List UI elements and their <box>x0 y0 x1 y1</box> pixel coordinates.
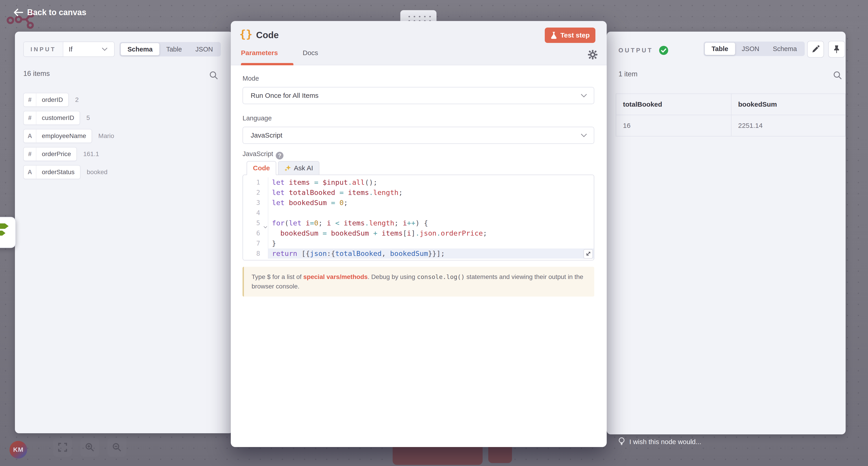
zoom-in-icon <box>85 442 94 452</box>
fit-view-button[interactable] <box>53 438 72 457</box>
table-row: 162251.14 <box>616 115 845 136</box>
field-type-icon: # <box>24 147 36 161</box>
language-select[interactable]: JavaScript <box>243 127 594 144</box>
tab-docs[interactable]: Docs <box>303 49 318 57</box>
code-node-icon: {} <box>239 28 252 40</box>
tab-parameters[interactable]: Parameters <box>241 49 278 57</box>
gear-icon[interactable] <box>587 49 598 60</box>
input-tab-json[interactable]: JSON <box>189 43 220 55</box>
success-check-icon <box>659 46 669 55</box>
code-line-2[interactable]: 2let totalBooked = items.length; <box>243 188 594 198</box>
field-name: orderStatus <box>36 166 80 179</box>
pencil-icon <box>811 45 819 53</box>
back-to-canvas-button[interactable]: Back to canvas <box>13 8 86 17</box>
line-number: 1 <box>243 177 268 188</box>
help-icon[interactable]: ? <box>276 152 283 160</box>
pin-output-button[interactable] <box>828 41 845 58</box>
output-column-totalbooked: totalBooked <box>616 94 731 115</box>
code-line-content: return [{json:{totalBooked, bookedSum}}]… <box>268 248 594 259</box>
field-type-icon: A <box>24 129 36 142</box>
output-tab-schema[interactable]: Schema <box>766 43 804 55</box>
input-tab-table[interactable]: Table <box>159 43 188 55</box>
output-tab-table[interactable]: Table <box>705 43 735 55</box>
line-number: 5 <box>243 218 268 228</box>
back-to-canvas-label: Back to canvas <box>27 8 86 17</box>
language-label: Language <box>243 114 272 122</box>
code-line-7[interactable]: 7} <box>243 238 594 248</box>
output-items-count: 1 item <box>618 70 638 78</box>
input-tab-schema[interactable]: Schema <box>121 43 159 55</box>
field-value: 161.1 <box>83 151 99 158</box>
editor-tab-ask-ai[interactable]: Ask AI <box>278 161 319 175</box>
mode-value: Run Once for All Items <box>251 92 318 99</box>
field-value: Mario <box>98 132 114 140</box>
line-number: 2 <box>243 188 268 198</box>
field-type-icon: A <box>24 166 36 179</box>
code-line-content: let totalBooked = items.length; <box>268 188 403 198</box>
code-line-content: bookedSum = bookedSum + items[i].json.or… <box>268 228 487 238</box>
table-cell: 16 <box>616 115 731 136</box>
modal-header: {} Code Test step Parameters Docs <box>231 21 607 65</box>
sparkles-icon <box>284 165 291 171</box>
field-pill[interactable]: #orderPrice <box>23 147 77 161</box>
table-cell: 2251.14 <box>731 115 845 136</box>
output-tab-json[interactable]: JSON <box>735 43 766 55</box>
input-search-icon[interactable] <box>209 70 218 80</box>
test-step-button[interactable]: Test step <box>545 28 595 43</box>
field-value: booked <box>87 168 107 176</box>
field-type-icon: # <box>24 93 36 106</box>
field-pill[interactable]: AorderStatus <box>23 165 81 179</box>
field-name: employeeName <box>36 129 92 142</box>
expand-editor-button[interactable] <box>583 249 593 259</box>
avatar[interactable]: KM <box>9 441 27 459</box>
zoom-out-icon <box>112 442 122 452</box>
input-source-select[interactable]: INPUT If <box>23 41 115 57</box>
field-name: customerID <box>36 111 80 125</box>
edit-output-button[interactable] <box>807 41 824 58</box>
language-value: JavaScript <box>251 131 282 139</box>
active-tab-underline <box>241 63 293 65</box>
node-title: Code <box>256 30 279 40</box>
code-line-6[interactable]: 6 bookedSum = bookedSum + items[i].json.… <box>243 228 594 238</box>
schema-field-orderid: #orderID2 <box>23 93 79 107</box>
editor-tab-code[interactable]: Code <box>247 161 276 175</box>
code-line-4[interactable]: 4 <box>243 208 594 218</box>
editor-hint-notice: Type $ for a list of special vars/method… <box>243 267 594 297</box>
code-line-content: } <box>268 238 276 248</box>
code-line-content: for(let i=0; i < items.length; i++) { <box>268 218 428 228</box>
lightbulb-icon <box>618 437 625 446</box>
line-number: 3 <box>243 198 268 208</box>
code-line-1[interactable]: 1let items = $input.all(); <box>243 177 594 188</box>
mode-select[interactable]: Run Once for All Items <box>243 87 594 104</box>
editor-tabs: CodeAsk AI <box>247 161 319 175</box>
input-node-peek-if[interactable] <box>0 217 16 248</box>
zoom-out-button[interactable] <box>107 438 126 457</box>
schema-field-orderstatus: AorderStatusbooked <box>23 165 107 179</box>
fit-view-icon <box>58 443 67 452</box>
back-arrow-icon <box>13 8 23 16</box>
if-node-icon <box>0 222 13 243</box>
code-line-content: let items = $input.all(); <box>268 177 377 188</box>
code-line-5[interactable]: 5for(let i=0; i < items.length; i++) { <box>243 218 594 228</box>
special-vars-link[interactable]: special vars/methods <box>303 273 368 280</box>
chevron-down-icon <box>581 94 587 98</box>
chevron-down-icon <box>581 133 587 137</box>
field-value: 2 <box>75 96 79 103</box>
expand-editor-icon <box>585 251 591 257</box>
chevron-down-icon <box>102 47 107 51</box>
input-source-value: If <box>69 45 72 53</box>
code-editor[interactable]: 1let items = $input.all();2let totalBook… <box>243 175 594 261</box>
avatar-initials: KM <box>13 446 24 453</box>
input-panel-label: INPUT <box>24 42 63 57</box>
node-feedback-button[interactable]: I wish this node would... <box>618 437 702 446</box>
code-line-content <box>268 208 272 218</box>
field-pill[interactable]: AemployeeName <box>23 129 92 143</box>
code-line-3[interactable]: 3let bookedSum = 0; <box>243 198 594 208</box>
output-panel: OUTPUT TableJSONSchema 1 item totalBooke… <box>607 32 846 434</box>
code-node-modal: {} Code Test step Parameters Docs Mode <box>231 21 607 447</box>
field-pill[interactable]: #orderID <box>23 93 69 107</box>
field-pill[interactable]: #customerID <box>23 111 80 125</box>
code-line-8[interactable]: 8return [{json:{totalBooked, bookedSum}}… <box>243 248 594 259</box>
zoom-in-button[interactable] <box>80 438 99 457</box>
output-search-icon[interactable] <box>833 70 842 80</box>
